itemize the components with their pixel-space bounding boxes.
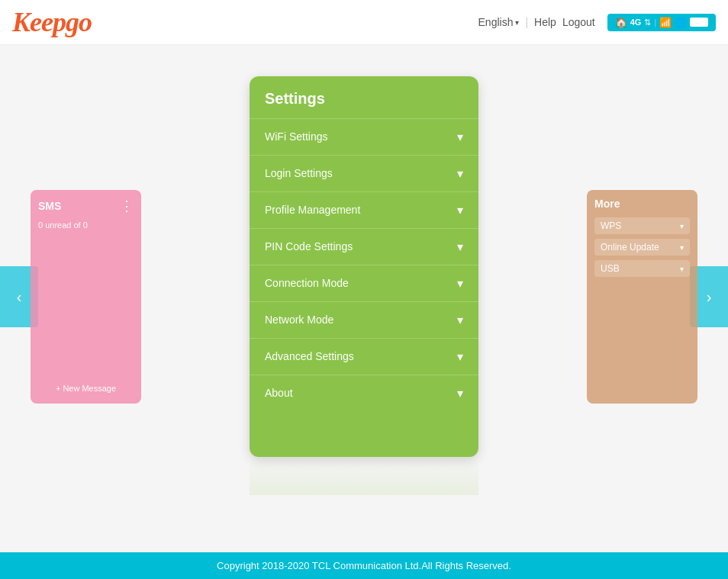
- more-panel: More WPS ▾ Online Update ▾ USB ▾ ›: [587, 190, 728, 404]
- settings-item-wifi[interactable]: WiFi Settings ▾: [250, 118, 478, 155]
- settings-item-connection[interactable]: Connection Mode ▾: [250, 265, 478, 301]
- help-link[interactable]: Help: [534, 16, 556, 28]
- header: Keepgo English ▾ | Help Logout 🏠 4G ⇅ | …: [0, 0, 728, 45]
- settings-item-arrow-login: ▾: [457, 166, 463, 181]
- battery-icon: [690, 18, 708, 27]
- settings-item-label-connection: Connection Mode: [265, 277, 349, 289]
- settings-item-login[interactable]: Login Settings ▾: [250, 155, 478, 191]
- new-message-button[interactable]: + New Message: [56, 384, 116, 393]
- status-bar-divider: |: [654, 18, 656, 27]
- header-right: English ▾ | Help Logout 🏠 4G ⇅ | 📶 🌐: [478, 14, 716, 31]
- settings-item-label-advanced: Advanced Settings: [265, 350, 354, 362]
- settings-item-label-wifi: WiFi Settings: [265, 130, 327, 143]
- network-4g-icon: 4G: [630, 18, 642, 27]
- status-bar: 🏠 4G ⇅ | 📶 🌐: [607, 14, 716, 31]
- more-item-wps[interactable]: WPS ▾: [594, 217, 690, 234]
- logout-link[interactable]: Logout: [562, 16, 595, 28]
- settings-items-list: WiFi Settings ▾ Login Settings ▾ Profile…: [250, 118, 478, 411]
- more-item-label: USB: [601, 263, 620, 274]
- settings-item-advanced[interactable]: Advanced Settings ▾: [250, 338, 478, 375]
- settings-item-arrow-pin: ▾: [457, 240, 463, 254]
- sms-title: SMS: [38, 200, 61, 212]
- more-item-arrow-icon: ▾: [680, 243, 684, 252]
- sms-subtitle: 0 unread of 0: [38, 220, 134, 230]
- settings-section: Settings WiFi Settings ▾ Login Settings …: [250, 76, 478, 495]
- footer: Copyright 2018-2020 TCL Communication Lt…: [0, 552, 728, 579]
- language-arrow-icon: ▾: [515, 18, 519, 27]
- settings-item-arrow-connection: ▾: [457, 276, 463, 291]
- settings-card: Settings WiFi Settings ▾ Login Settings …: [250, 76, 478, 457]
- more-items-list: WPS ▾ Online Update ▾ USB ▾: [594, 217, 690, 277]
- settings-card-reflection: [250, 457, 478, 495]
- more-item-arrow-icon: ▾: [680, 265, 684, 273]
- globe-icon: 🌐: [675, 17, 687, 28]
- header-divider: |: [525, 16, 528, 28]
- more-item-online-update[interactable]: Online Update ▾: [594, 239, 690, 256]
- settings-item-label-about: About: [265, 387, 293, 399]
- sms-card: SMS ⋮ 0 unread of 0 + New Message: [31, 190, 141, 404]
- copyright-text: Copyright 2018-2020 TCL Communication Lt…: [217, 560, 511, 571]
- settings-item-arrow-wifi: ▾: [457, 130, 463, 144]
- logo: Keepgo: [12, 6, 92, 38]
- settings-item-profile[interactable]: Profile Management ▾: [250, 191, 478, 228]
- more-item-usb[interactable]: USB ▾: [594, 260, 690, 277]
- more-card: More WPS ▾ Online Update ▾ USB ▾: [587, 190, 697, 404]
- more-item-label: Online Update: [601, 242, 659, 253]
- settings-item-network[interactable]: Network Mode ▾: [250, 301, 478, 338]
- settings-item-arrow-network: ▾: [457, 313, 463, 327]
- signal-arrows-icon: ⇅: [644, 18, 651, 27]
- more-item-label: WPS: [601, 220, 621, 231]
- sms-panel: ‹ SMS ⋮ 0 unread of 0 + New Message: [0, 190, 141, 404]
- settings-title: Settings: [250, 76, 478, 118]
- language-label: English: [478, 16, 514, 28]
- sms-menu-icon[interactable]: ⋮: [120, 198, 134, 214]
- settings-item-label-network: Network Mode: [265, 314, 333, 326]
- settings-item-about[interactable]: About ▾: [250, 375, 478, 411]
- more-title: More: [594, 198, 690, 210]
- settings-item-pin[interactable]: PIN Code Settings ▾: [250, 228, 478, 265]
- settings-item-label-login: Login Settings: [265, 167, 333, 179]
- settings-item-arrow-profile: ▾: [457, 203, 463, 217]
- home-icon: 🏠: [615, 17, 627, 28]
- settings-item-arrow-about: ▾: [457, 386, 463, 400]
- more-item-arrow-icon: ▾: [680, 222, 684, 230]
- main-content: ‹ SMS ⋮ 0 unread of 0 + New Message Sett…: [0, 45, 728, 548]
- settings-item-arrow-advanced: ▾: [457, 349, 463, 364]
- sms-card-header: SMS ⋮: [38, 198, 134, 214]
- settings-item-label-profile: Profile Management: [265, 204, 360, 216]
- settings-item-label-pin: PIN Code Settings: [265, 240, 353, 253]
- language-selector[interactable]: English ▾: [478, 16, 520, 28]
- settings-card-footer: [250, 411, 478, 457]
- wifi-icon: 📶: [659, 17, 672, 28]
